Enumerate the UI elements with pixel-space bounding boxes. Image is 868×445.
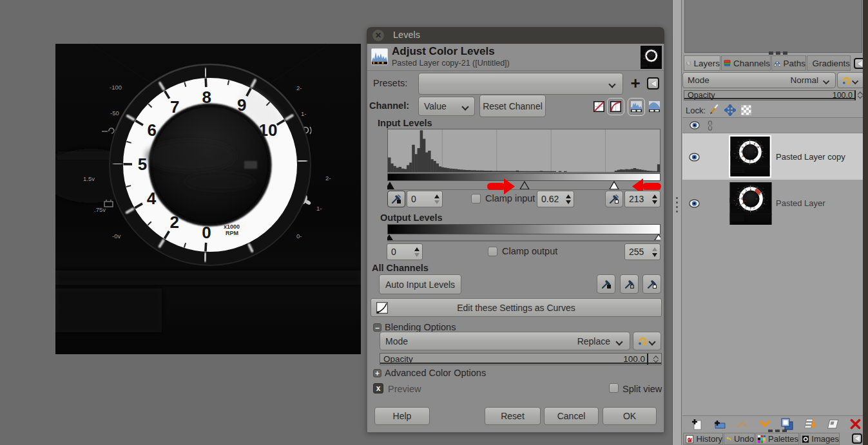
duplicate-layer-icon[interactable] bbox=[781, 418, 793, 430]
input-slider-groove bbox=[387, 189, 661, 191]
all-pick-gray-button[interactable] bbox=[620, 274, 639, 294]
mode-group-button[interactable] bbox=[633, 332, 661, 350]
clamp-output-checkbox[interactable] bbox=[488, 247, 497, 256]
layer-mask-icon[interactable] bbox=[826, 418, 839, 430]
layer-mode-combo[interactable]: Mode Normal bbox=[682, 72, 836, 88]
dialog-titlebar[interactable]: ✕ Levels bbox=[367, 27, 664, 44]
spin-down-icon[interactable] bbox=[566, 200, 571, 204]
tab-gradients[interactable]: Gradients bbox=[807, 55, 851, 71]
tab-layers[interactable]: Layers bbox=[684, 55, 720, 71]
tab-palettes[interactable]: Palettes bbox=[755, 433, 799, 445]
add-preset-button[interactable]: + bbox=[627, 74, 644, 92]
ok-button[interactable]: OK bbox=[603, 407, 657, 425]
layer-mode-group-button[interactable] bbox=[837, 72, 864, 88]
tab-paths[interactable]: Paths bbox=[771, 55, 806, 71]
split-view-checkbox[interactable] bbox=[609, 383, 619, 393]
pick-white-point-button[interactable] bbox=[605, 191, 623, 207]
layer-name[interactable]: Pasted Layer bbox=[776, 198, 825, 208]
close-icon[interactable]: ✕ bbox=[372, 30, 384, 41]
raise-layer-icon[interactable] bbox=[737, 420, 748, 428]
dock-separator-strip[interactable] bbox=[672, 0, 682, 445]
perceptual-curve-icon[interactable] bbox=[610, 101, 621, 112]
channel-combo[interactable]: Value bbox=[418, 97, 475, 116]
tab-palettes-label: Palettes bbox=[768, 434, 798, 444]
spin-stepper[interactable] bbox=[563, 191, 574, 207]
layer-opacity-spinner[interactable] bbox=[858, 91, 863, 98]
layer-thumbnail[interactable] bbox=[729, 135, 771, 178]
delete-layer-icon[interactable] bbox=[850, 419, 861, 430]
spin-down-icon[interactable] bbox=[652, 200, 657, 204]
all-pick-white-button[interactable] bbox=[642, 274, 661, 294]
help-button[interactable]: Help bbox=[374, 407, 430, 425]
tab-history[interactable]: History bbox=[683, 433, 723, 445]
tab-channels[interactable]: Channels bbox=[721, 55, 771, 71]
advanced-expand-icon[interactable]: + bbox=[373, 369, 381, 377]
reset-channel-button[interactable]: Reset Channel bbox=[479, 95, 546, 117]
reset-button[interactable]: Reset bbox=[485, 407, 541, 425]
spin-stepper[interactable] bbox=[412, 244, 422, 260]
spin-down-icon[interactable] bbox=[858, 95, 863, 98]
spin-up-icon[interactable] bbox=[652, 247, 657, 251]
layer-opacity-fill bbox=[684, 98, 854, 99]
spin-up-icon[interactable] bbox=[652, 194, 657, 198]
all-pick-black-button[interactable] bbox=[597, 274, 615, 294]
opacity-cursor bbox=[647, 354, 648, 365]
input-high-spinbox[interactable]: 213 bbox=[624, 191, 661, 207]
spin-stepper[interactable] bbox=[650, 191, 660, 207]
blend-opacity-slider[interactable]: Opacity 100.0 bbox=[380, 353, 662, 365]
input-low-spinbox[interactable]: 0 bbox=[407, 191, 443, 207]
presets-combo[interactable] bbox=[418, 73, 623, 95]
chain-icon[interactable] bbox=[706, 120, 715, 131]
spin-down-icon[interactable] bbox=[653, 359, 659, 362]
tab-images[interactable]: Images bbox=[800, 433, 840, 445]
spin-down-icon[interactable] bbox=[434, 200, 439, 204]
spin-stepper[interactable] bbox=[650, 244, 660, 260]
blending-collapse-icon[interactable]: – bbox=[373, 323, 381, 332]
tab-undo[interactable]: Undo bbox=[724, 433, 755, 445]
lock-paint-icon[interactable] bbox=[708, 104, 720, 116]
clamp-input-checkbox[interactable] bbox=[471, 194, 481, 204]
default-mode-icon bbox=[842, 76, 851, 85]
spin-down-icon[interactable] bbox=[414, 253, 420, 257]
layer-thumbnail[interactable] bbox=[729, 182, 772, 225]
eye-icon[interactable] bbox=[690, 121, 700, 129]
presets-menu-button[interactable] bbox=[647, 77, 659, 90]
output-low-spinbox[interactable]: 0 bbox=[387, 243, 423, 260]
spin-down-icon[interactable] bbox=[652, 253, 657, 257]
mode-combo[interactable]: Mode Replace bbox=[380, 332, 630, 350]
linear-curve-icon[interactable] bbox=[593, 101, 604, 112]
right-dock: Layers Channels Paths Gradients bbox=[682, 0, 863, 445]
preview-checkbox[interactable]: x bbox=[373, 383, 383, 393]
bottom-handle-dots[interactable] bbox=[768, 430, 787, 432]
spin-stepper[interactable] bbox=[432, 191, 442, 207]
eye-icon[interactable] bbox=[689, 153, 700, 162]
new-layer-icon[interactable] bbox=[691, 419, 703, 430]
blend-opacity-spinner[interactable] bbox=[653, 355, 659, 362]
auto-input-levels-button[interactable]: Auto Input Levels bbox=[379, 274, 461, 294]
lock-position-icon[interactable] bbox=[724, 104, 736, 116]
merge-layer-icon[interactable] bbox=[804, 418, 816, 430]
lower-layer-icon[interactable] bbox=[759, 420, 771, 428]
undo-icon bbox=[726, 435, 731, 443]
cancel-button[interactable]: Cancel bbox=[544, 407, 599, 425]
lock-alpha-icon[interactable] bbox=[741, 105, 751, 115]
histogram-panel[interactable] bbox=[387, 129, 661, 173]
layer-name[interactable]: Pasted Layer copy bbox=[776, 152, 845, 162]
spin-up-icon[interactable] bbox=[434, 194, 439, 198]
output-high-spinbox[interactable]: 255 bbox=[624, 243, 661, 260]
new-group-icon[interactable] bbox=[714, 419, 726, 430]
gamma-spinbox[interactable]: 0.62 bbox=[537, 191, 574, 207]
histogram-log-icon[interactable] bbox=[649, 101, 660, 112]
layer-row-pasted-layer-copy[interactable]: Pasted Layer copy bbox=[682, 133, 864, 180]
spin-up-icon[interactable] bbox=[566, 194, 571, 198]
spin-up-icon[interactable] bbox=[414, 247, 420, 251]
pick-black-point-button[interactable] bbox=[387, 191, 405, 207]
curves-icon bbox=[376, 302, 388, 314]
histogram-linear-icon[interactable] bbox=[631, 101, 642, 112]
layer-row-pasted-layer[interactable]: Pasted Layer bbox=[682, 180, 864, 226]
edit-as-curves-button[interactable]: Edit these Settings as Curves bbox=[371, 298, 662, 317]
dock-handle-dots[interactable] bbox=[769, 52, 787, 55]
layer-opacity-slider[interactable]: Opacity 100.0 bbox=[684, 90, 856, 100]
eye-icon[interactable] bbox=[689, 199, 700, 208]
bottom-dock-menu-button[interactable] bbox=[852, 433, 862, 444]
